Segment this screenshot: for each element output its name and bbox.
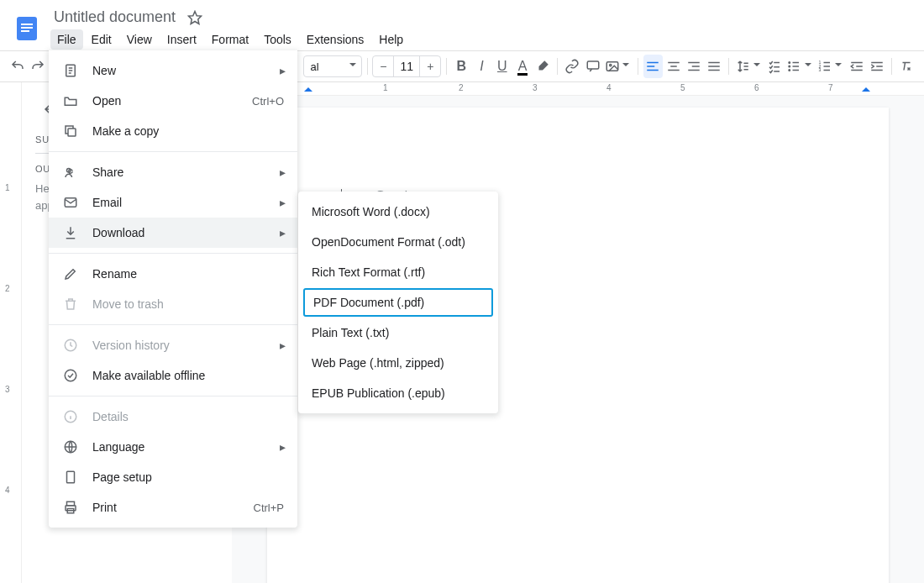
menu-label: Download [92, 226, 144, 239]
menu-open[interactable]: Open Ctrl+O [49, 86, 297, 116]
header: Untitled document File Edit View Insert … [0, 0, 924, 50]
decrease-indent-button[interactable] [847, 55, 865, 78]
svg-rect-3 [21, 30, 29, 32]
page-setup-icon [62, 470, 79, 485]
menu-page-setup[interactable]: Page setup [49, 462, 297, 492]
download-odt[interactable]: OpenDocument Format (.odt) [298, 227, 498, 257]
bulleted-list-button[interactable] [785, 55, 815, 78]
submenu-arrow-icon: ▸ [280, 226, 286, 239]
menu-label: Make available offline [92, 369, 205, 382]
insert-image-button[interactable] [604, 55, 633, 78]
share-icon [62, 165, 79, 180]
underline-button[interactable]: U [493, 55, 512, 78]
highlight-button[interactable] [533, 55, 552, 78]
italic-button[interactable]: I [472, 55, 491, 78]
font-size-value[interactable]: 11 [393, 56, 420, 76]
menu-version-history: Version history ▸ [49, 330, 297, 360]
docs-logo[interactable] [10, 7, 44, 50]
text-color-button[interactable]: A [513, 55, 532, 78]
align-center-button[interactable] [664, 55, 683, 78]
checklist-button[interactable] [765, 55, 784, 78]
font-family-select[interactable]: al [303, 55, 362, 77]
menu-shortcut: Ctrl+P [254, 502, 284, 514]
star-icon[interactable] [187, 10, 202, 25]
download-epub[interactable]: EPUB Publication (.epub) [298, 378, 498, 408]
menu-label: Make a copy [92, 124, 159, 138]
menu-separator [49, 253, 297, 254]
menu-view[interactable]: View [120, 29, 159, 50]
menu-label: New [92, 64, 116, 77]
ruler-tick: 5 [680, 83, 685, 92]
insert-comment-button[interactable] [584, 55, 602, 78]
download-pdf[interactable]: PDF Document (.pdf) [303, 288, 493, 317]
menu-label: Print [92, 501, 117, 514]
menu-language[interactable]: Language ▸ [49, 432, 297, 462]
menu-extensions[interactable]: Extensions [300, 29, 370, 50]
menu-download[interactable]: Download ▸ [49, 218, 297, 248]
menu-label: Rename [92, 267, 137, 281]
ruler-tick: 3 [5, 385, 10, 394]
svg-point-9 [789, 66, 790, 67]
menu-file[interactable]: File [50, 29, 83, 50]
undo-button[interactable] [8, 55, 27, 78]
menu-make-available-offline[interactable]: Make available offline [49, 360, 297, 391]
svg-point-10 [789, 70, 790, 71]
download-txt[interactable]: Plain Text (.txt) [298, 318, 498, 348]
indent-right-marker[interactable] [862, 83, 870, 92]
ruler-tick: 2 [5, 284, 10, 293]
download-submenu: Microsoft Word (.docx) OpenDocument Form… [298, 192, 498, 413]
pencil-icon [62, 266, 79, 281]
menu-rename[interactable]: Rename [49, 259, 297, 289]
menu-separator [49, 324, 297, 325]
line-spacing-button[interactable] [734, 55, 764, 78]
menu-tools[interactable]: Tools [257, 29, 298, 50]
toolbar-separator [728, 58, 729, 75]
menu-share[interactable]: Share ▸ [49, 157, 297, 187]
font-size-decrease[interactable]: − [373, 60, 393, 73]
menu-new[interactable]: New ▸ [49, 55, 297, 86]
folder-icon [62, 93, 79, 108]
svg-marker-4 [189, 11, 202, 24]
print-icon [62, 500, 79, 515]
submenu-arrow-icon: ▸ [280, 440, 286, 454]
indent-left-marker[interactable] [304, 83, 312, 92]
menu-label: Page setup [92, 470, 152, 484]
ruler-tick: 6 [754, 83, 759, 92]
clear-formatting-button[interactable] [897, 55, 916, 78]
align-justify-button[interactable] [705, 55, 723, 78]
font-size-stepper[interactable]: − 11 + [372, 55, 441, 77]
redo-button[interactable] [29, 55, 47, 78]
insert-link-button[interactable] [563, 55, 581, 78]
svg-point-7 [610, 64, 612, 66]
ruler-tick: 4 [606, 83, 612, 92]
menu-edit[interactable]: Edit [85, 29, 118, 50]
svg-rect-6 [606, 62, 618, 71]
download-html[interactable]: Web Page (.html, zipped) [298, 348, 498, 378]
ruler-tick: 1 [5, 183, 10, 192]
download-rtf[interactable]: Rich Text Format (.rtf) [298, 257, 498, 287]
toolbar-separator [638, 58, 638, 75]
menu-format[interactable]: Format [205, 29, 255, 50]
svg-point-19 [65, 370, 76, 381]
history-icon [62, 338, 79, 353]
menu-label: Version history [92, 339, 170, 352]
download-docx[interactable]: Microsoft Word (.docx) [298, 197, 498, 227]
info-icon [62, 409, 79, 424]
menu-make-copy[interactable]: Make a copy [49, 116, 297, 146]
font-family-label: al [311, 60, 319, 73]
numbered-list-button[interactable]: 123 [816, 55, 846, 78]
document-title[interactable]: Untitled document [50, 7, 179, 28]
increase-indent-button[interactable] [868, 55, 886, 78]
title-area: Untitled document File Edit View Insert … [50, 7, 410, 50]
align-right-button[interactable] [685, 55, 703, 78]
svg-rect-1 [21, 24, 33, 25]
menu-insert[interactable]: Insert [160, 29, 203, 50]
offline-icon [62, 368, 79, 383]
font-size-increase[interactable]: + [420, 60, 440, 73]
menu-email[interactable]: Email ▸ [49, 187, 297, 218]
ruler-tick: 1 [383, 83, 388, 92]
align-left-button[interactable] [643, 55, 662, 78]
menu-help[interactable]: Help [372, 29, 410, 50]
bold-button[interactable]: B [452, 55, 470, 78]
menu-print[interactable]: Print Ctrl+P [49, 492, 297, 523]
